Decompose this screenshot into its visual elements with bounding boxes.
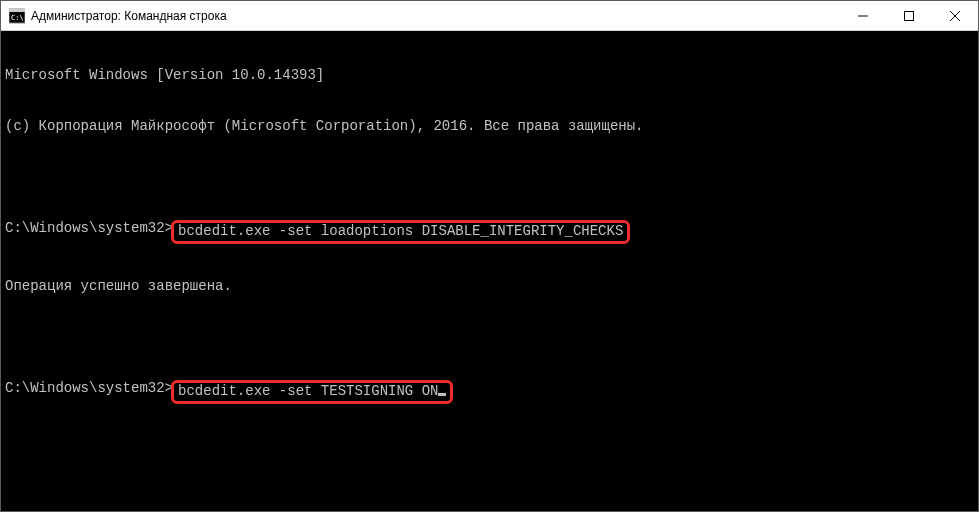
cmd-icon: C:\: [9, 8, 25, 24]
console-header-line2: (c) Корпорация Майкрософт (Microsoft Cor…: [5, 118, 974, 135]
highlight-box-1: bcdedit.exe -set loadoptions DISABLE_INT…: [171, 220, 630, 244]
maximize-button[interactable]: [886, 1, 932, 30]
prompt: C:\Windows\system32>: [5, 220, 173, 237]
cmd-window: C:\ Администратор: Командная строка Micr…: [0, 0, 979, 512]
result-1: Операция успешно завершена.: [5, 278, 974, 295]
prompt-line-2: C:\Windows\system32>bcdedit.exe -set TES…: [5, 380, 974, 404]
svg-rect-1: [9, 9, 25, 12]
blank-line: [5, 169, 974, 186]
window-title: Администратор: Командная строка: [31, 9, 840, 23]
command-2: bcdedit.exe -set TESTSIGNING ON: [178, 383, 438, 399]
minimize-button[interactable]: [840, 1, 886, 30]
prompt: C:\Windows\system32>: [5, 380, 173, 397]
console-header-line1: Microsoft Windows [Version 10.0.14393]: [5, 67, 974, 84]
command-1: bcdedit.exe -set loadoptions DISABLE_INT…: [178, 223, 623, 239]
prompt-line-1: C:\Windows\system32>bcdedit.exe -set loa…: [5, 220, 974, 244]
svg-rect-4: [905, 11, 914, 20]
highlight-box-2: bcdedit.exe -set TESTSIGNING ON: [171, 380, 453, 404]
svg-text:C:\: C:\: [11, 14, 24, 22]
close-button[interactable]: [932, 1, 978, 30]
console-area[interactable]: Microsoft Windows [Version 10.0.14393] (…: [1, 31, 978, 511]
window-controls: [840, 1, 978, 30]
blank-line: [5, 329, 974, 346]
cursor-icon: [438, 393, 446, 396]
titlebar[interactable]: C:\ Администратор: Командная строка: [1, 1, 978, 31]
